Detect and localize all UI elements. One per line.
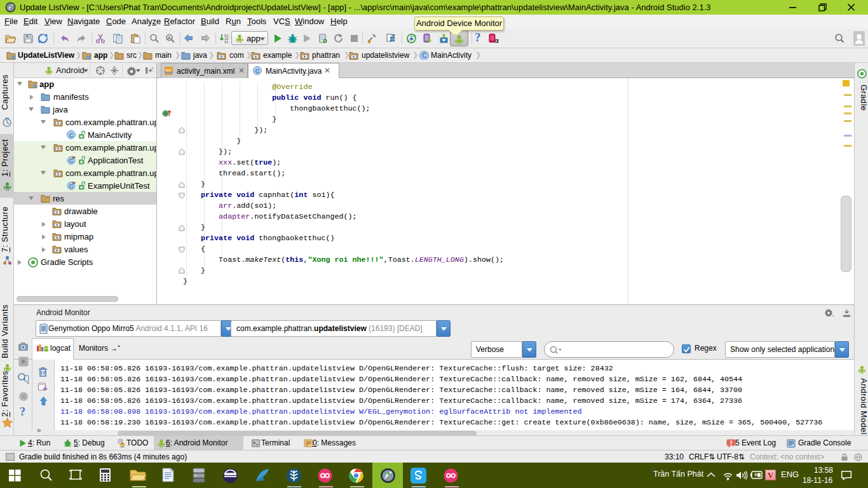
svg-text:C: C (69, 132, 74, 139)
svg-text:01: 01 (224, 40, 229, 44)
svg-text:C: C (422, 52, 426, 59)
svg-text:A: A (168, 35, 172, 41)
svg-text:C: C (255, 67, 260, 74)
svg-text:<>: <> (166, 68, 172, 73)
